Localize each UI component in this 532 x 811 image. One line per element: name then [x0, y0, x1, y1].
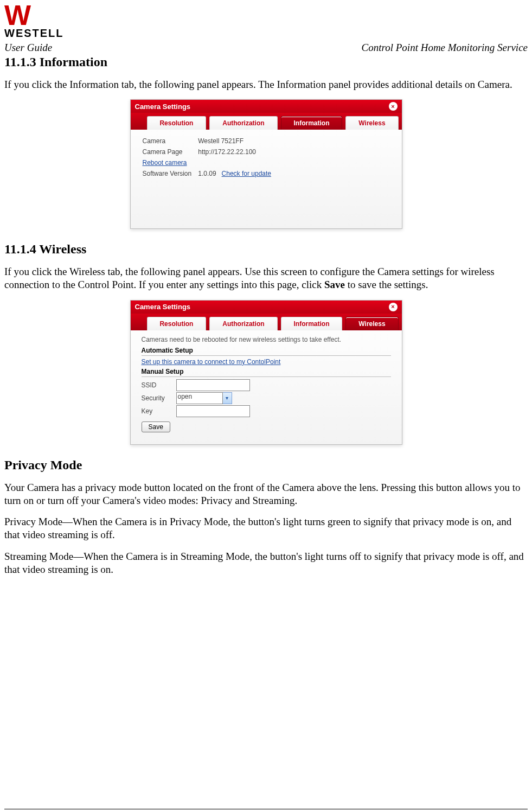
section-paragraph: Privacy Mode—When the Camera is in Priva…	[4, 515, 528, 541]
camera-settings-panel-information: Camera Settings × Resolution Authorizati…	[130, 99, 402, 229]
tab-authorization[interactable]: Authorization	[209, 116, 277, 130]
divider	[142, 355, 391, 356]
manual-setup-heading: Manual Setup	[142, 368, 391, 375]
camera-settings-panel-wireless: Camera Settings × Resolution Authorizati…	[130, 300, 402, 445]
ssid-label: SSID	[142, 381, 172, 389]
tab-spacer	[134, 317, 144, 330]
paragraph-text: to save the settings.	[345, 279, 428, 290]
tab-spacer	[134, 116, 144, 130]
camera-label: Camera	[143, 136, 197, 146]
section-paragraph: Streaming Mode—When the Camera is in Str…	[4, 550, 528, 576]
tab-wireless[interactable]: Wireless	[345, 317, 398, 330]
save-button[interactable]: Save	[142, 422, 170, 432]
camera-page-label: Camera Page	[143, 147, 197, 157]
panel-body: Camera Westell 7521FF Camera Page http:/…	[131, 130, 402, 228]
section-heading-information: 11.1.3 Information	[4, 55, 528, 69]
panel-body: Cameras need to be rebooted for new wire…	[131, 330, 402, 444]
section-title: Wireless	[39, 242, 86, 256]
page: W WESTELL User Guide Control Point Home …	[4, 4, 528, 811]
section-heading-privacy-mode: Privacy Mode	[4, 458, 528, 472]
section-title: Information	[40, 55, 107, 69]
auto-setup-link[interactable]: Set up this camera to connect to my Cont…	[142, 358, 281, 366]
page-footer: 030-300589 Rev. A 49 March 2009	[4, 809, 528, 811]
section-paragraph: If you click the Wireless tab, the follo…	[4, 265, 528, 291]
key-input[interactable]	[176, 405, 250, 417]
camera-value: Westell 7521FF	[198, 136, 277, 146]
section-heading-wireless: 11.1.4 Wireless	[4, 242, 528, 257]
automatic-setup-heading: Automatic Setup	[142, 347, 391, 354]
header-left: User Guide	[4, 42, 52, 54]
tab-information[interactable]: Information	[281, 116, 343, 130]
camera-page-value: http://172.22.22.100	[198, 147, 277, 157]
security-select[interactable]: open▾	[176, 392, 232, 404]
info-table: Camera Westell 7521FF Camera Page http:/…	[142, 135, 278, 180]
close-icon[interactable]: ×	[389, 303, 398, 311]
tab-resolution[interactable]: Resolution	[147, 116, 207, 130]
software-version-value: 1.0.09	[198, 170, 216, 177]
section-paragraph: Your Camera has a privacy mode button lo…	[4, 481, 528, 507]
logo-mark: W	[4, 4, 528, 27]
paragraph-bold: Save	[324, 279, 345, 290]
panel-container: Camera Settings × Resolution Authorizati…	[4, 99, 528, 229]
security-label: Security	[142, 394, 172, 402]
close-icon[interactable]: ×	[389, 102, 398, 111]
tab-resolution[interactable]: Resolution	[147, 317, 207, 330]
panel-title: Camera Settings	[135, 303, 191, 311]
tab-authorization[interactable]: Authorization	[209, 317, 277, 330]
section-paragraph: If you click the Information tab, the fo…	[4, 78, 528, 91]
panel-title: Camera Settings	[135, 103, 191, 111]
section-number: 11.1.3	[4, 55, 36, 69]
logo-wordmark: WESTELL	[4, 27, 528, 40]
software-version-label: Software Version	[143, 169, 197, 178]
section-number: 11.1.4	[4, 242, 36, 256]
brand-logo: W WESTELL	[4, 4, 528, 40]
security-value: open	[176, 392, 223, 404]
ssid-input[interactable]	[176, 379, 250, 391]
tab-information[interactable]: Information	[281, 317, 343, 330]
reboot-camera-link[interactable]: Reboot camera	[143, 159, 187, 167]
check-for-update-link[interactable]: Check for update	[222, 170, 271, 177]
key-label: Key	[142, 407, 172, 415]
tab-wireless[interactable]: Wireless	[345, 116, 398, 130]
page-header-row: User Guide Control Point Home Monitoring…	[4, 42, 528, 54]
panel-container: Camera Settings × Resolution Authorizati…	[4, 300, 528, 445]
panel-titlebar: Camera Settings ×	[131, 301, 402, 314]
panel-titlebar: Camera Settings ×	[131, 100, 402, 113]
wireless-note: Cameras need to be rebooted for new wire…	[142, 336, 391, 343]
chevron-down-icon: ▾	[223, 392, 232, 404]
divider	[142, 376, 391, 377]
tab-bar: Resolution Authorization Information Wir…	[131, 314, 402, 330]
tab-bar: Resolution Authorization Information Wir…	[131, 113, 402, 130]
header-right: Control Point Home Monitoring Service	[362, 42, 528, 54]
